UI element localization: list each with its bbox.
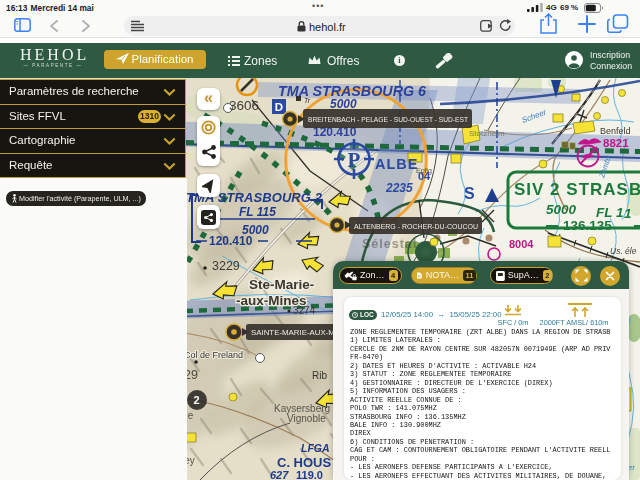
svg-text:627: 627 (270, 469, 289, 480)
svg-text:1: 1 (624, 206, 632, 221)
svg-text:Ste-Marie-: Ste-Marie- (249, 277, 314, 292)
svg-text:Stotzheim: Stotzheim (469, 129, 505, 138)
svg-text:et: et (628, 463, 635, 472)
svg-text:Epfig: Epfig (416, 167, 432, 175)
svg-text:C. HOUS: C. HOUS (277, 455, 332, 470)
svg-text:2235: 2235 (385, 181, 413, 195)
svg-text:8821: 8821 (603, 137, 629, 149)
svg-text:5000: 5000 (330, 97, 357, 111)
svg-text:119.0: 119.0 (296, 469, 323, 480)
svg-text:D: D (275, 101, 283, 113)
svg-text:Col de Freland: Col de Freland (184, 350, 243, 360)
svg-text:P: P (348, 148, 361, 172)
svg-text:S: S (464, 185, 475, 202)
svg-text:3274: 3274 (293, 305, 316, 316)
svg-text:3606: 3606 (229, 98, 259, 113)
svg-text:ALBE: ALBE (375, 156, 418, 172)
svg-text:136.135: 136.135 (563, 218, 612, 233)
svg-text:8004: 8004 (509, 238, 534, 250)
svg-text:Benfeld: Benfeld (600, 126, 631, 136)
svg-text:120.410: 120.410 (209, 234, 253, 248)
svg-text:SIV 2 STRASBO: SIV 2 STRASBO (514, 180, 640, 199)
svg-text:3229: 3229 (212, 259, 240, 273)
svg-text:Vignoble: Vignoble (287, 413, 326, 424)
svg-text:FL 115: FL 115 (239, 205, 276, 219)
svg-text:Us. éle: Us. éle (610, 246, 637, 256)
svg-text:Rib: Rib (312, 370, 327, 381)
svg-text:SAINTE-MARIE-AUX-MI: SAINTE-MARIE-AUX-MI (251, 328, 337, 337)
svg-text:Tr: Tr (304, 97, 311, 104)
svg-text:5000: 5000 (546, 202, 577, 217)
svg-text:LFGA: LFGA (301, 442, 330, 454)
svg-text:BREITENBACH - PELAGE - SUD-OUE: BREITENBACH - PELAGE - SUD-OUEST - SUD-E… (308, 115, 468, 124)
svg-text:ALTENBERG - ROCHER-DU-COUCOU: ALTENBERG - ROCHER-DU-COUCOU (354, 222, 478, 231)
